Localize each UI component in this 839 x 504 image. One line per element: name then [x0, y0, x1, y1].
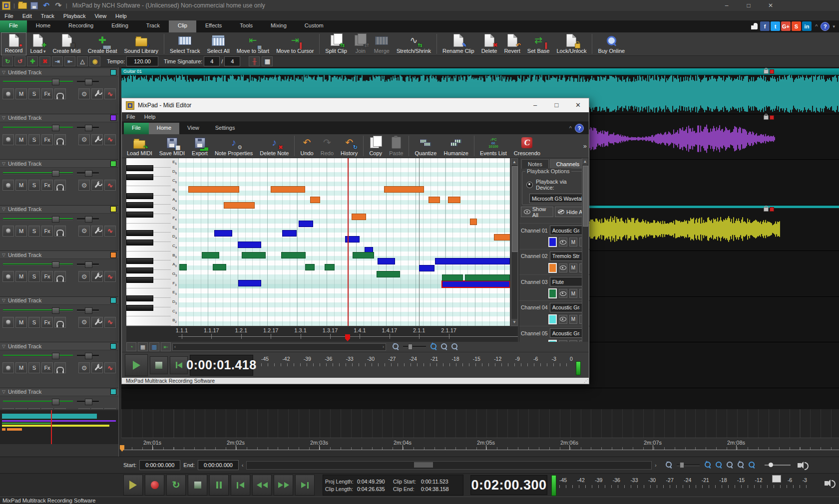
monitor-button[interactable]: [54, 317, 66, 328]
midi-note[interactable]: [271, 186, 305, 193]
record-arm-button[interactable]: [2, 226, 14, 237]
waveform-button[interactable]: ∿: [104, 317, 116, 328]
note-properties-button[interactable]: ♪⚙Note Properties: [211, 134, 256, 158]
midi-note[interactable]: [428, 197, 440, 203]
load-button[interactable]: ✚Load▾: [26, 32, 49, 55]
piano-roll-grid[interactable]: [178, 158, 510, 326]
black-key[interactable]: [126, 240, 153, 246]
loop-play-icon[interactable]: ↻: [2, 56, 13, 66]
volume-slider[interactable]: [3, 218, 73, 220]
zoom-slider[interactable]: [403, 346, 426, 348]
midi-note[interactable]: [310, 197, 320, 203]
tempo-input[interactable]: [126, 56, 158, 66]
waveform-button[interactable]: ∿: [104, 180, 116, 191]
solo-button[interactable]: S: [28, 317, 40, 328]
midi-note[interactable]: [238, 280, 261, 286]
collapse-icon[interactable]: ▽: [2, 389, 5, 394]
toolbar-overflow-icon[interactable]: »: [583, 142, 587, 150]
track-header[interactable]: ▽Untitled Track: [0, 206, 118, 214]
mute-button[interactable]: M: [15, 317, 27, 328]
volume-slider-handle[interactable]: [769, 463, 773, 467]
tab-editing[interactable]: Editing: [102, 20, 137, 32]
mute-button[interactable]: M: [15, 271, 27, 282]
stretch-shrink-button[interactable]: ∿⇆Stretch/Shrink: [393, 32, 434, 55]
midi-note-selected[interactable]: [441, 280, 510, 288]
pan-handle[interactable]: [85, 79, 92, 85]
loop-record-icon[interactable]: ↺: [14, 56, 25, 66]
midi-note[interactable]: [435, 258, 510, 264]
midi-note[interactable]: [299, 221, 313, 227]
tools-button[interactable]: [91, 88, 103, 99]
collapse-icon[interactable]: ▽: [2, 70, 5, 75]
fx-button[interactable]: Fx: [41, 317, 53, 328]
playhead-marker[interactable]: [345, 334, 350, 341]
snap-grid-icon[interactable]: ▦: [262, 56, 273, 66]
scroll-right-icon[interactable]: ›: [383, 344, 384, 349]
monitor-button[interactable]: [54, 88, 66, 99]
scrollbar-thumb[interactable]: [414, 462, 433, 468]
volume-slider[interactable]: [3, 309, 73, 311]
pan-handle[interactable]: [85, 261, 92, 268]
piano-keys[interactable]: [126, 158, 171, 326]
midi-tab-home[interactable]: Home: [149, 123, 179, 134]
timeline-ruler[interactable]: 2m:01s2m:02s2m:03s2m:04s2m:05s2m:06s2m:0…: [121, 438, 839, 457]
zoom-selection-icon[interactable]: [441, 343, 447, 350]
tools-button[interactable]: [91, 317, 103, 328]
midi-note[interactable]: [325, 264, 335, 270]
fx-button[interactable]: Fx: [41, 362, 53, 373]
minimize-button[interactable]: –: [716, 0, 738, 11]
channel-color-swatch[interactable]: [548, 288, 557, 298]
channel-color-swatch[interactable]: [548, 237, 557, 247]
volume-handle[interactable]: [52, 170, 59, 177]
move-to-cursor-button[interactable]: ⇥▌Move to Cursor: [273, 32, 317, 55]
menu-file[interactable]: File: [0, 13, 18, 19]
record-loop-icon[interactable]: ◔: [126, 342, 136, 351]
create-midi-button[interactable]: ▦Create Midi: [49, 32, 84, 55]
playback-device-radio[interactable]: [526, 182, 533, 188]
scroll-left-icon[interactable]: ‹: [242, 463, 243, 468]
pan-slider[interactable]: [77, 218, 99, 220]
midi-titlebar[interactable]: MixPad - Midi Editor – □ ✕: [122, 98, 589, 112]
clip-move-left-icon[interactable]: ⇤: [64, 56, 75, 66]
set-base-button[interactable]: ⇄▐Set Base: [524, 32, 553, 55]
menu-view[interactable]: View: [90, 13, 111, 19]
volume-slider[interactable]: [3, 355, 73, 357]
record-button[interactable]: [145, 475, 164, 496]
meter-speaker-icon[interactable]: [825, 481, 828, 486]
mute-button[interactable]: M: [15, 226, 27, 237]
midi-note[interactable]: [179, 264, 187, 270]
record-arm-button[interactable]: [2, 180, 14, 191]
fx-button[interactable]: Fx: [41, 271, 53, 282]
volume-slider[interactable]: [3, 401, 73, 403]
midi-tab-settings[interactable]: Settings: [207, 123, 243, 134]
volume-handle[interactable]: [52, 307, 59, 314]
midi-note[interactable]: [448, 197, 460, 203]
redo-icon[interactable]: ↷: [54, 1, 63, 9]
tab-tools[interactable]: Tools: [231, 20, 262, 32]
settings-button[interactable]: ⚙: [78, 88, 90, 99]
midi-note[interactable]: [470, 219, 477, 225]
skip-end-button[interactable]: [295, 475, 315, 496]
volume-handle[interactable]: [52, 125, 59, 131]
track-header[interactable]: ▽Untitled Track: [0, 68, 118, 76]
scroll-right-icon[interactable]: ›: [655, 463, 656, 468]
midi-help-icon[interactable]: ?: [575, 124, 584, 133]
volume-slider[interactable]: [765, 465, 791, 466]
track-color-chip[interactable]: [110, 343, 116, 349]
solo-button[interactable]: S: [28, 134, 40, 145]
scroll-down-icon[interactable]: ▼: [511, 319, 517, 325]
pan-slider[interactable]: [77, 401, 99, 403]
copy-button[interactable]: Copy: [366, 134, 386, 158]
midi-note[interactable]: [202, 252, 219, 258]
solo-button[interactable]: S: [28, 180, 40, 191]
stop-button[interactable]: [150, 356, 168, 374]
tab-channels[interactable]: Channels: [550, 159, 586, 169]
track-color-chip[interactable]: [110, 252, 116, 258]
solo-button[interactable]: S: [28, 88, 40, 99]
volume-slider[interactable]: [3, 172, 73, 174]
midi-note[interactable]: [238, 242, 261, 248]
midi-note[interactable]: [377, 271, 400, 277]
pan-slider[interactable]: [77, 127, 99, 129]
midi-note[interactable]: [353, 252, 374, 258]
tab-effects[interactable]: Effects: [196, 20, 231, 32]
